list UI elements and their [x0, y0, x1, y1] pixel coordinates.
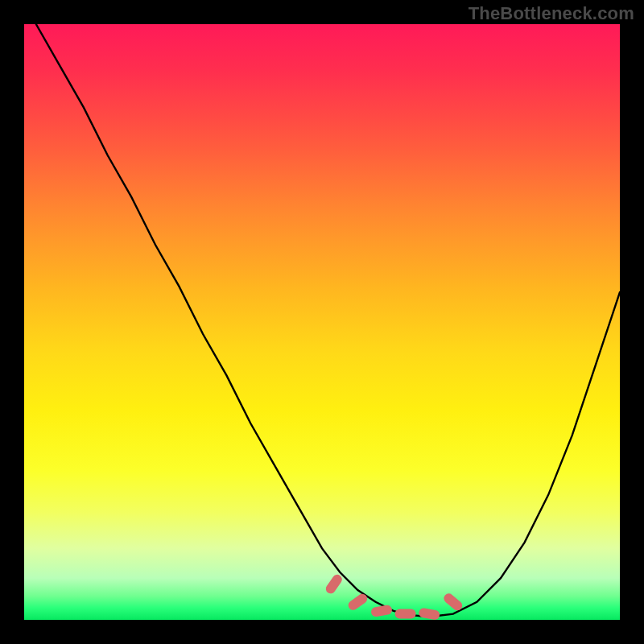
curve-marker [418, 607, 440, 620]
watermark-text: TheBottleneck.com [469, 3, 634, 24]
curve-marker [395, 609, 416, 619]
marker-layer [324, 573, 464, 620]
chart-svg [24, 24, 620, 620]
bottleneck-curve [36, 24, 620, 617]
curve-marker [370, 605, 393, 617]
app-frame: TheBottleneck.com [0, 0, 644, 644]
curve-marker [324, 573, 344, 596]
plot-area [24, 24, 620, 620]
